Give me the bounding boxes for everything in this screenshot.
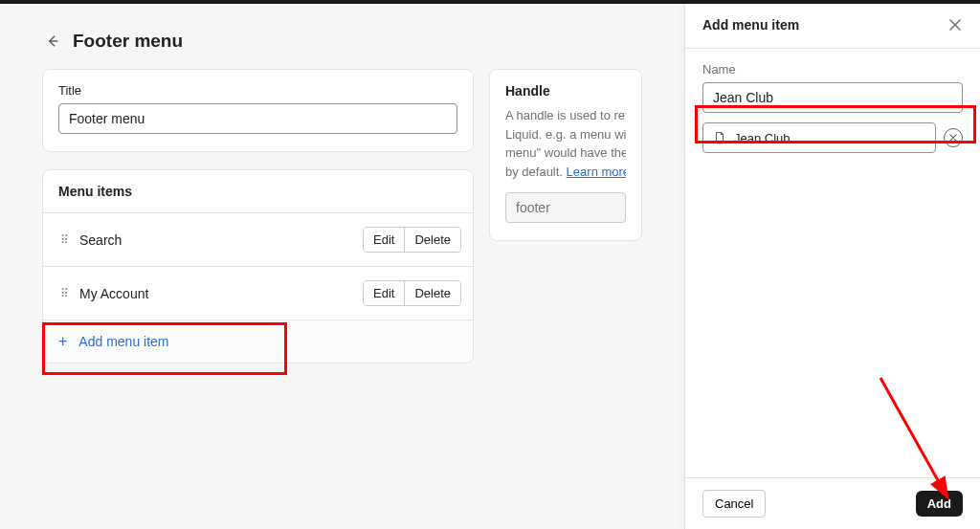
name-input[interactable]	[702, 82, 963, 113]
add-button[interactable]: Add	[916, 491, 963, 517]
table-row: ⠿ Search Edit Delete	[43, 213, 473, 267]
delete-button[interactable]: Delete	[404, 228, 460, 252]
menu-item-label: My Account	[72, 286, 363, 301]
handle-input[interactable]	[505, 192, 626, 223]
handle-card: Handle A handle is used to reference Liq…	[489, 69, 642, 241]
table-row: ⠿ My Account Edit Delete	[43, 267, 473, 320]
handle-description: A handle is used to reference Liquid. e.…	[505, 106, 626, 181]
title-card: Title	[42, 69, 474, 152]
panel-title: Add menu item	[702, 17, 799, 33]
add-menu-item-panel: Add menu item Name Jean Club Cancel Add	[684, 4, 980, 529]
edit-button[interactable]: Edit	[364, 228, 404, 252]
page-icon	[713, 131, 726, 144]
title-field-label: Title	[58, 83, 457, 98]
back-arrow-icon[interactable]	[44, 33, 61, 50]
close-icon[interactable]	[947, 17, 963, 33]
menu-items-card: Menu items ⠿ Search Edit Delete ⠿ My Acc…	[42, 169, 474, 364]
link-selector[interactable]: Jean Club	[702, 122, 936, 153]
title-input[interactable]	[58, 103, 457, 134]
page-title: Footer menu	[73, 31, 183, 52]
learn-more-link[interactable]: Learn more	[567, 165, 626, 179]
plus-icon: +	[58, 334, 67, 349]
clear-link-icon[interactable]	[944, 128, 963, 147]
delete-button[interactable]: Delete	[404, 281, 460, 305]
cancel-button[interactable]: Cancel	[702, 490, 766, 518]
link-value: Jean Club	[734, 131, 791, 145]
menu-items-heading: Menu items	[43, 170, 473, 213]
drag-handle-icon[interactable]: ⠿	[55, 233, 72, 247]
edit-button[interactable]: Edit	[364, 281, 404, 305]
add-menu-item-button[interactable]: + Add menu item	[43, 320, 473, 363]
menu-item-label: Search	[72, 232, 363, 248]
page-header: Footer menu	[44, 31, 642, 52]
drag-handle-icon[interactable]: ⠿	[55, 287, 72, 300]
handle-heading: Handle	[505, 83, 626, 99]
name-field-label: Name	[702, 62, 963, 77]
add-menu-item-label: Add menu item	[78, 334, 168, 349]
